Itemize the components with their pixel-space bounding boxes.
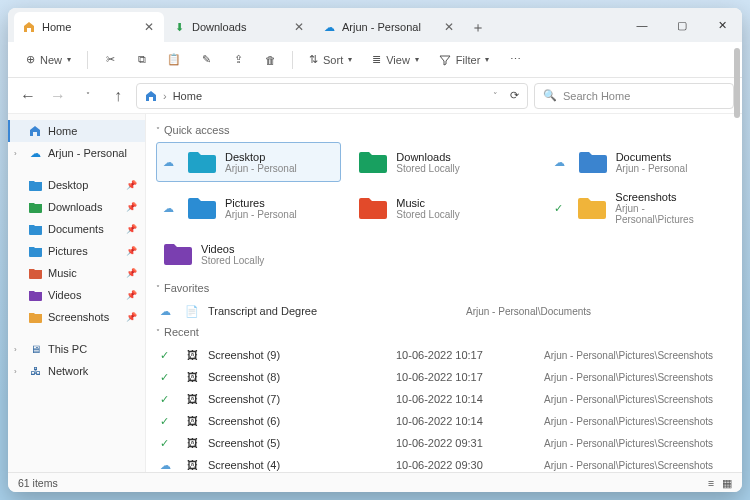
sidebar-item-pictures[interactable]: Pictures📌 xyxy=(8,240,145,262)
pin-icon: 📌 xyxy=(126,290,137,300)
sidebar-item-thispc[interactable]: › 🖥 This PC xyxy=(8,338,145,360)
file-date: 10-06-2022 09:31 xyxy=(396,437,536,449)
close-tab-button[interactable]: ✕ xyxy=(442,20,456,34)
folder-icon xyxy=(28,266,42,280)
view-icon: ≣ xyxy=(372,53,381,66)
forward-button[interactable]: → xyxy=(46,84,70,108)
minimize-button[interactable]: — xyxy=(622,8,662,42)
chevron-right-icon: › xyxy=(14,367,17,376)
sidebar-item-personal[interactable]: › ☁ Arjun - Personal xyxy=(8,142,145,164)
sidebar-item-videos[interactable]: Videos📌 xyxy=(8,284,145,306)
sidebar-item-screenshots[interactable]: Screenshots📌 xyxy=(8,306,145,328)
status-bar: 61 items ≡ ▦ xyxy=(8,472,742,492)
quick-access-documents[interactable]: ☁DocumentsArjun - Personal xyxy=(547,142,732,182)
rename-button[interactable]: ✎ xyxy=(192,47,220,73)
sync-status-icon: ✓ xyxy=(160,415,172,428)
new-button[interactable]: ⊕ New ▾ xyxy=(18,47,79,73)
recent-item[interactable]: ✓🖼Screenshot (9)10-06-2022 10:17Arjun - … xyxy=(156,344,732,366)
titlebar: Home✕⬇Downloads✕☁Arjun - Personal✕ ＋ — ▢… xyxy=(8,8,742,42)
quick-access-downloads[interactable]: DownloadsStored Locally xyxy=(351,142,536,182)
file-path: Arjun - Personal\Pictures\Screenshots xyxy=(544,394,713,405)
tab-label: Downloads xyxy=(192,21,286,33)
folder-location: Arjun - Personal xyxy=(225,209,297,220)
file-path: Arjun - Personal\Pictures\Screenshots xyxy=(544,416,713,427)
share-button[interactable]: ⇪ xyxy=(224,47,252,73)
back-button[interactable]: ← xyxy=(16,84,40,108)
file-date: 10-06-2022 10:14 xyxy=(396,393,536,405)
sort-icon: ⇅ xyxy=(309,53,318,66)
tab-arjun-personal[interactable]: ☁Arjun - Personal✕ xyxy=(314,12,464,42)
cut-button[interactable]: ✂ xyxy=(96,47,124,73)
quick-access-screenshots[interactable]: ✓ScreenshotsArjun - Personal\Pictures xyxy=(547,188,732,228)
breadcrumb[interactable]: Home xyxy=(173,90,202,102)
recent-item[interactable]: ✓🖼Screenshot (5)10-06-2022 09:31Arjun - … xyxy=(156,432,732,454)
folder-icon xyxy=(28,178,42,192)
copy-button[interactable]: ⧉ xyxy=(128,47,156,73)
folder-location: Stored Locally xyxy=(396,163,459,174)
download-icon: ⬇ xyxy=(172,20,186,34)
close-window-button[interactable]: ✕ xyxy=(702,8,742,42)
recent-locations-button[interactable]: ˅ xyxy=(76,84,100,108)
vertical-scrollbar[interactable] xyxy=(732,48,740,462)
refresh-button[interactable]: ⟳ xyxy=(510,89,519,102)
tab-home[interactable]: Home✕ xyxy=(14,12,164,42)
recent-item[interactable]: ☁🖼Screenshot (4)10-06-2022 09:30Arjun - … xyxy=(156,454,732,472)
recent-item[interactable]: ✓🖼Screenshot (6)10-06-2022 10:14Arjun - … xyxy=(156,410,732,432)
file-name: Screenshot (6) xyxy=(208,415,388,427)
sidebar-item-desktop[interactable]: Desktop📌 xyxy=(8,174,145,196)
file-date: 10-06-2022 09:30 xyxy=(396,459,536,471)
sync-status-icon: ✓ xyxy=(160,437,172,450)
cloud-status-icon: ☁ xyxy=(160,459,172,472)
paste-button[interactable]: 📋 xyxy=(160,47,188,73)
favorite-item[interactable]: ☁📄Transcript and DegreeArjun - Personal\… xyxy=(156,300,732,322)
close-tab-button[interactable]: ✕ xyxy=(142,20,156,34)
plus-circle-icon: ⊕ xyxy=(26,53,35,66)
quick-access-videos[interactable]: VideosStored Locally xyxy=(156,234,341,274)
recent-item[interactable]: ✓🖼Screenshot (7)10-06-2022 10:14Arjun - … xyxy=(156,388,732,410)
view-button[interactable]: ≣ View ▾ xyxy=(364,47,427,73)
up-button[interactable]: ↑ xyxy=(106,84,130,108)
file-name: Screenshot (5) xyxy=(208,437,388,449)
file-date: 10-06-2022 10:14 xyxy=(396,415,536,427)
sort-button[interactable]: ⇅ Sort ▾ xyxy=(301,47,360,73)
file-path: Arjun - Personal\Pictures\Screenshots xyxy=(544,438,713,449)
quick-access-desktop[interactable]: ☁DesktopArjun - Personal xyxy=(156,142,341,182)
toolbar: ⊕ New ▾ ✂ ⧉ 📋 ✎ ⇪ 🗑 ⇅ Sort ▾ ≣ View ▾ Fi… xyxy=(8,42,742,78)
close-tab-button[interactable]: ✕ xyxy=(292,20,306,34)
pin-icon: 📌 xyxy=(126,268,137,278)
search-input[interactable]: 🔍 Search Home xyxy=(534,83,734,109)
chevron-down-icon[interactable]: ˅ xyxy=(493,91,498,101)
pin-icon: 📌 xyxy=(126,246,137,256)
folder-name: Downloads xyxy=(396,151,459,163)
folder-icon xyxy=(187,195,217,221)
quick-access-pictures[interactable]: ☁PicturesArjun - Personal xyxy=(156,188,341,228)
quick-access-music[interactable]: MusicStored Locally xyxy=(351,188,536,228)
recent-item[interactable]: ✓🖼Screenshot (8)10-06-2022 10:17Arjun - … xyxy=(156,366,732,388)
favorites-header[interactable]: ˅Favorites xyxy=(156,282,732,294)
folder-icon xyxy=(358,149,388,175)
recent-header[interactable]: ˅Recent xyxy=(156,326,732,338)
folder-icon xyxy=(28,200,42,214)
sidebar-item-label: Downloads xyxy=(48,201,102,213)
new-tab-button[interactable]: ＋ xyxy=(464,14,492,42)
details-view-button[interactable]: ≡ xyxy=(708,477,714,489)
sidebar-item-documents[interactable]: Documents📌 xyxy=(8,218,145,240)
maximize-button[interactable]: ▢ xyxy=(662,8,702,42)
file-name: Screenshot (7) xyxy=(208,393,388,405)
address-bar[interactable]: › Home ˅ ⟳ xyxy=(136,83,528,109)
filter-button[interactable]: Filter ▾ xyxy=(431,47,497,73)
large-icons-view-button[interactable]: ▦ xyxy=(722,477,732,489)
sidebar-item-label: Desktop xyxy=(48,179,88,191)
sidebar-item-music[interactable]: Music📌 xyxy=(8,262,145,284)
sidebar-item-downloads[interactable]: Downloads📌 xyxy=(8,196,145,218)
chevron-right-icon: › xyxy=(14,345,17,354)
chevron-down-icon: ▾ xyxy=(67,55,71,64)
paste-icon: 📋 xyxy=(167,53,181,66)
tab-downloads[interactable]: ⬇Downloads✕ xyxy=(164,12,314,42)
image-icon: 🖼 xyxy=(184,413,200,429)
sidebar-item-home[interactable]: Home xyxy=(8,120,145,142)
sidebar-item-network[interactable]: › 🖧 Network xyxy=(8,360,145,382)
delete-button[interactable]: 🗑 xyxy=(256,47,284,73)
more-button[interactable]: ⋯ xyxy=(501,47,529,73)
quick-access-header[interactable]: ˅Quick access xyxy=(156,124,732,136)
